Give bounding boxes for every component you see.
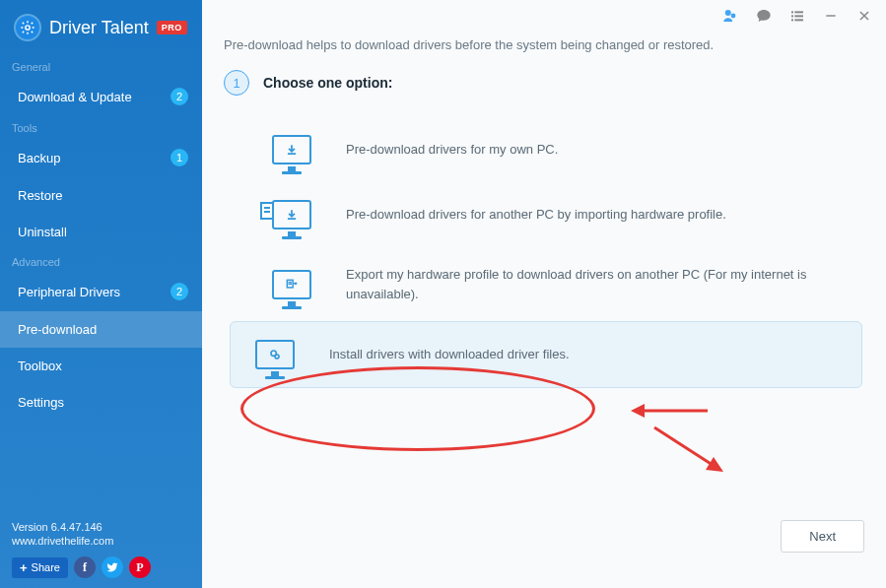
step-number-badge: 1 bbox=[224, 70, 249, 96]
monitor-export-icon bbox=[265, 270, 318, 299]
version-text: Version 6.4.47.146 bbox=[12, 520, 190, 535]
option-install-downloaded[interactable]: Install drivers with downloaded driver f… bbox=[230, 321, 862, 388]
sidebar-item-download-update[interactable]: Download & Update 2 bbox=[0, 77, 202, 116]
count-badge: 2 bbox=[170, 283, 188, 300]
svg-point-0 bbox=[26, 26, 30, 30]
page-description: Pre-download helps to download drivers b… bbox=[220, 32, 862, 70]
gear-icon bbox=[14, 14, 41, 41]
minimize-icon[interactable] bbox=[821, 6, 841, 26]
option-text: Pre-download drivers for my own PC. bbox=[346, 140, 845, 160]
monitor-download-icon bbox=[265, 135, 318, 164]
facebook-icon[interactable]: f bbox=[74, 556, 96, 578]
count-badge: 2 bbox=[170, 88, 188, 105]
monitor-install-icon bbox=[248, 340, 302, 369]
step-header: 1 Choose one option: bbox=[224, 70, 862, 96]
sidebar-item-label: Peripheral Drivers bbox=[18, 285, 120, 299]
twitter-icon[interactable] bbox=[102, 556, 123, 578]
logo-row: Driver Talent PRO bbox=[0, 0, 202, 55]
next-button[interactable]: Next bbox=[781, 520, 864, 553]
option-export-profile[interactable]: Export my hardware profile to download d… bbox=[247, 247, 862, 321]
section-advanced: Advanced bbox=[0, 250, 202, 272]
app-title: Driver Talent bbox=[49, 18, 149, 38]
section-tools: Tools bbox=[0, 116, 202, 138]
sidebar-item-label: Backup bbox=[18, 151, 60, 165]
sidebar-item-label: Toolbox bbox=[18, 359, 62, 373]
svg-rect-3 bbox=[791, 11, 793, 13]
app-window: Driver Talent PRO General Download & Upd… bbox=[0, 0, 886, 588]
sidebar-footer: Version 6.4.47.146 www.drivethelife.com … bbox=[0, 510, 202, 588]
option-text: Pre-download drivers for another PC by i… bbox=[346, 205, 845, 225]
option-text: Install drivers with downloaded driver f… bbox=[329, 345, 844, 364]
sidebar-item-peripheral-drivers[interactable]: Peripheral Drivers 2 bbox=[0, 272, 202, 311]
main-panel: Pre-download helps to download drivers b… bbox=[202, 0, 886, 588]
count-badge: 1 bbox=[170, 149, 188, 166]
sidebar-item-restore[interactable]: Restore bbox=[0, 177, 202, 214]
feedback-icon[interactable] bbox=[720, 6, 740, 26]
option-own-pc[interactable]: Pre-download drivers for my own PC. bbox=[247, 117, 862, 182]
options-list: Pre-download drivers for my own PC. Pre-… bbox=[247, 117, 862, 388]
svg-rect-6 bbox=[794, 15, 803, 17]
close-icon[interactable] bbox=[854, 6, 874, 26]
content: Pre-download helps to download drivers b… bbox=[202, 32, 886, 500]
sidebar-item-label: Pre-download bbox=[18, 322, 97, 337]
svg-point-1 bbox=[725, 10, 731, 16]
share-button[interactable]: Share bbox=[12, 557, 68, 578]
option-text: Export my hardware profile to download d… bbox=[346, 265, 845, 303]
titlebar bbox=[202, 0, 886, 32]
sidebar-item-label: Settings bbox=[18, 395, 64, 410]
footer-bar: Next bbox=[202, 500, 886, 588]
svg-rect-8 bbox=[794, 19, 803, 21]
menu-icon[interactable] bbox=[787, 6, 807, 26]
sidebar-item-backup[interactable]: Backup 1 bbox=[0, 138, 202, 177]
option-another-pc[interactable]: Pre-download drivers for another PC by i… bbox=[247, 182, 862, 247]
sidebar-item-label: Restore bbox=[18, 188, 63, 203]
sidebar-item-uninstall[interactable]: Uninstall bbox=[0, 214, 202, 250]
sidebar-item-toolbox[interactable]: Toolbox bbox=[0, 348, 202, 384]
share-row: Share f P bbox=[12, 556, 190, 578]
svg-point-2 bbox=[731, 14, 736, 19]
chat-icon[interactable] bbox=[754, 6, 774, 26]
website-link[interactable]: www.drivethelife.com bbox=[12, 535, 190, 547]
step-title: Choose one option: bbox=[263, 75, 392, 91]
pro-badge: PRO bbox=[157, 21, 187, 34]
svg-point-16 bbox=[275, 355, 279, 359]
sidebar-item-label: Download & Update bbox=[18, 90, 132, 104]
sidebar-item-pre-download[interactable]: Pre-download bbox=[0, 311, 202, 348]
pinterest-icon[interactable]: P bbox=[129, 556, 151, 578]
svg-rect-5 bbox=[791, 15, 793, 17]
sidebar: Driver Talent PRO General Download & Upd… bbox=[0, 0, 202, 588]
svg-rect-7 bbox=[791, 19, 793, 21]
sidebar-item-settings[interactable]: Settings bbox=[0, 384, 202, 421]
monitor-import-icon bbox=[265, 200, 318, 229]
sidebar-item-label: Uninstall bbox=[18, 225, 67, 239]
section-general: General bbox=[0, 55, 202, 77]
svg-rect-4 bbox=[794, 11, 803, 13]
